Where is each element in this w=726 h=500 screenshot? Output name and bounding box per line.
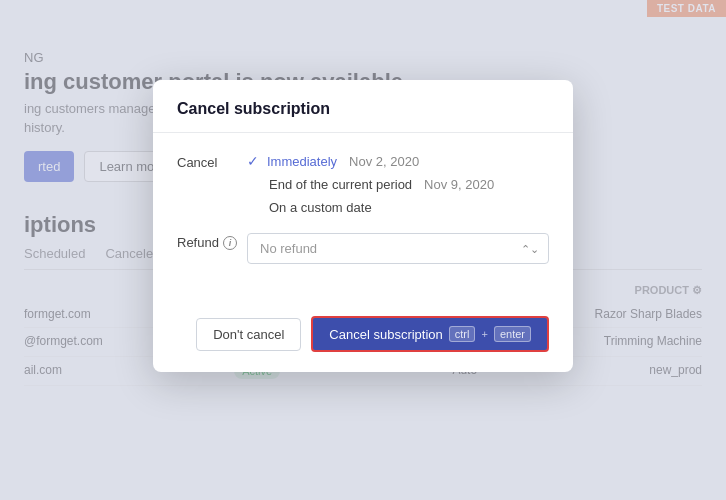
modal-header: Cancel subscription [153,80,573,133]
end-of-period-label: End of the current period [269,177,412,192]
cancel-option-custom-date[interactable]: On a custom date [269,200,494,215]
keyboard-shortcut-plus: + [481,328,487,340]
cancel-options-row: Cancel ✓ Immediately Nov 2, 2020 End of … [177,153,549,215]
end-of-period-date: Nov 9, 2020 [424,177,494,192]
dont-cancel-button[interactable]: Don't cancel [196,318,301,351]
cancel-option-end-of-period[interactable]: End of the current period Nov 9, 2020 [269,177,494,192]
modal-body: Cancel ✓ Immediately Nov 2, 2020 End of … [153,133,573,302]
immediately-label: Immediately [267,154,337,169]
check-icon: ✓ [247,153,259,169]
cancel-subscription-modal: Cancel subscription Cancel ✓ Immediately… [153,80,573,372]
custom-date-label: On a custom date [269,200,372,215]
cancel-label: Cancel [177,153,247,170]
modal-footer: Don't cancel Cancel subscription ctrl + … [153,302,573,372]
refund-row: Refund i No refund Full refund Custom am… [177,233,549,264]
info-icon: i [223,236,237,250]
refund-select[interactable]: No refund Full refund Custom amount [247,233,549,264]
refund-select-wrapper: No refund Full refund Custom amount ⌃⌄ [247,233,549,264]
immediately-date: Nov 2, 2020 [349,154,419,169]
cancel-options-group: ✓ Immediately Nov 2, 2020 End of the cur… [247,153,494,215]
cancel-subscription-button[interactable]: Cancel subscription ctrl + enter [311,316,549,352]
refund-label: Refund i [177,233,247,250]
cancel-subscription-label: Cancel subscription [329,327,442,342]
modal-overlay: Cancel subscription Cancel ✓ Immediately… [0,0,726,500]
keyboard-shortcut-enter: enter [494,326,531,342]
keyboard-shortcut-ctrl: ctrl [449,326,476,342]
modal-title: Cancel subscription [177,100,330,117]
cancel-option-immediately[interactable]: ✓ Immediately Nov 2, 2020 [247,153,494,169]
